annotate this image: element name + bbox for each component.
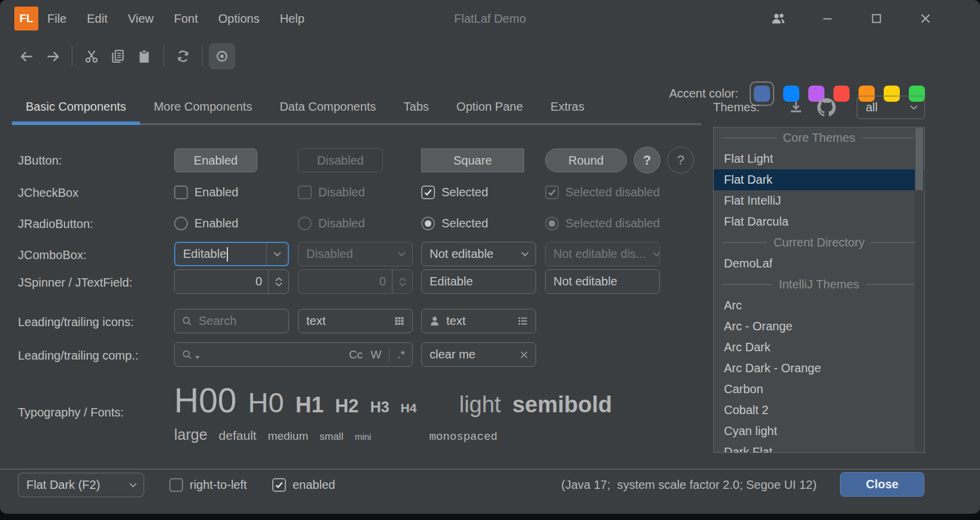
textfield-not-editable: Not editable bbox=[545, 269, 660, 294]
help-button-outline[interactable]: ? bbox=[667, 147, 694, 174]
square-button[interactable]: Square bbox=[421, 148, 524, 172]
chevron-down-icon bbox=[398, 282, 407, 287]
refresh-button[interactable] bbox=[170, 43, 196, 69]
rtl-checkbox[interactable]: right-to-left bbox=[169, 473, 247, 497]
paste-button[interactable] bbox=[131, 43, 157, 69]
enabled-button[interactable]: Enabled bbox=[174, 148, 257, 172]
menu-options[interactable]: Options bbox=[208, 12, 270, 26]
tab-data-components[interactable]: Data Components bbox=[266, 90, 389, 123]
theme-group-header: IntelliJ Themes bbox=[714, 274, 924, 295]
clearable-field[interactable]: clear me bbox=[421, 342, 536, 367]
github-icon[interactable] bbox=[817, 98, 836, 117]
maximize-button[interactable] bbox=[852, 0, 901, 37]
theme-item-flat-darcula[interactable]: Flat Darcula bbox=[714, 211, 924, 232]
typo-h2: H2 bbox=[335, 396, 359, 417]
typography-label: Typography / Fonts: bbox=[18, 406, 124, 419]
match-case-button[interactable]: Cc bbox=[349, 348, 363, 361]
menu-view[interactable]: View bbox=[118, 12, 164, 26]
radio-selected[interactable]: Selected bbox=[421, 213, 488, 233]
text-field-person-list[interactable]: text bbox=[421, 309, 536, 333]
regex-button[interactable]: .* bbox=[397, 348, 405, 361]
menu-font[interactable]: Font bbox=[164, 12, 208, 26]
radio-selected-disabled: Selected disabled bbox=[545, 213, 660, 233]
close-button[interactable]: Close bbox=[840, 472, 924, 497]
chevron-down-icon[interactable] bbox=[266, 243, 288, 265]
theme-item-arc-dark-orange[interactable]: Arc Dark - Orange bbox=[714, 358, 924, 379]
chevron-down-icon bbox=[391, 242, 412, 266]
field-value: text bbox=[299, 314, 325, 328]
typo-light: light bbox=[459, 392, 501, 418]
combo-value: Not editable bbox=[422, 247, 494, 261]
checkbox-selected[interactable]: Selected bbox=[421, 182, 488, 202]
users-icon[interactable] bbox=[754, 0, 803, 37]
forward-button[interactable] bbox=[39, 43, 66, 69]
round-button[interactable]: Round bbox=[545, 148, 627, 172]
combo-editable[interactable]: Editable bbox=[174, 242, 289, 266]
radio-disabled: Disabled bbox=[298, 213, 365, 233]
theme-item-flat-intellij[interactable]: Flat IntelliJ bbox=[714, 190, 924, 211]
theme-item-flat-light[interactable]: Flat Light bbox=[714, 148, 924, 169]
checkbox-enabled[interactable]: Enabled bbox=[174, 182, 238, 202]
search-dropdown-icon[interactable] bbox=[181, 349, 200, 361]
laf-selector-combo[interactable]: Flat Dark (F2) bbox=[18, 473, 144, 497]
menu-help[interactable]: Help bbox=[270, 12, 315, 26]
copy-button[interactable] bbox=[105, 43, 131, 69]
table-icon bbox=[393, 315, 406, 327]
jcombobox-label: JComboBox: bbox=[18, 248, 87, 262]
theme-item-flat-dark[interactable]: Flat Dark bbox=[714, 169, 924, 190]
enabled-checkbox[interactable]: enabled bbox=[272, 473, 335, 497]
menubar: File Edit View Font Options Help bbox=[37, 0, 315, 37]
cut-button[interactable] bbox=[78, 43, 105, 69]
clear-icon[interactable] bbox=[519, 350, 529, 360]
download-icon[interactable] bbox=[788, 99, 804, 115]
theme-item-demolaf[interactable]: DemoLaf bbox=[714, 253, 924, 274]
back-button[interactable] bbox=[13, 43, 39, 69]
whole-word-button[interactable]: W bbox=[370, 348, 381, 361]
theme-group-header: Current Directory bbox=[714, 232, 924, 253]
spinner[interactable]: 0 bbox=[174, 269, 289, 294]
chevron-down-icon[interactable] bbox=[514, 242, 535, 266]
theme-item-arc-orange[interactable]: Arc - Orange bbox=[714, 316, 924, 337]
spinner-value[interactable]: 0 bbox=[175, 275, 268, 288]
search-with-options-field[interactable]: Cc W .* bbox=[174, 342, 413, 367]
combo-not-editable[interactable]: Not editable bbox=[421, 242, 536, 266]
menu-edit[interactable]: Edit bbox=[77, 12, 117, 26]
combo-not-editable-disabled: Not editable dis... bbox=[545, 242, 660, 266]
chevron-up-icon bbox=[398, 277, 407, 282]
tab-more-components[interactable]: More Components bbox=[140, 90, 266, 123]
chevron-down-icon[interactable] bbox=[122, 473, 144, 497]
radio-enabled[interactable]: Enabled bbox=[174, 213, 238, 233]
theme-item-carbon[interactable]: Carbon bbox=[714, 379, 924, 400]
themes-label: Themes: bbox=[713, 101, 760, 114]
help-button[interactable]: ? bbox=[634, 147, 661, 174]
themes-filter-combo[interactable]: all bbox=[857, 96, 925, 119]
themes-filter-value: all bbox=[866, 101, 878, 114]
theme-item-dark-flat[interactable]: Dark Flat bbox=[714, 442, 924, 453]
tab-tabs[interactable]: Tabs bbox=[390, 90, 443, 123]
close-window-button[interactable] bbox=[901, 0, 950, 37]
search-options: Cc W .* bbox=[349, 348, 412, 362]
theme-item-cyan-light[interactable]: Cyan light bbox=[714, 421, 924, 442]
tab-basic-components[interactable]: Basic Components bbox=[12, 90, 140, 123]
checkbox-selected-disabled: Selected disabled bbox=[545, 182, 660, 202]
tab-option-pane[interactable]: Option Pane bbox=[443, 90, 537, 123]
chevron-down-icon bbox=[275, 282, 283, 287]
scrollbar-thumb[interactable] bbox=[915, 128, 923, 190]
show-toggle-button[interactable] bbox=[209, 43, 235, 69]
textfield-editable[interactable]: Editable bbox=[421, 269, 536, 294]
theme-item-arc[interactable]: Arc bbox=[714, 295, 924, 316]
text-field-trailing-table[interactable]: text bbox=[298, 309, 413, 333]
statusbar-separator bbox=[0, 469, 980, 470]
themes-scrollbar[interactable] bbox=[915, 128, 924, 452]
spinner-stepper[interactable] bbox=[268, 270, 288, 293]
theme-item-cobalt-2[interactable]: Cobalt 2 bbox=[714, 400, 924, 421]
minimize-button[interactable] bbox=[803, 0, 852, 37]
tabbar: Basic Components More Components Data Co… bbox=[12, 90, 701, 125]
search-field[interactable]: Search bbox=[174, 309, 289, 333]
text-caret bbox=[227, 247, 228, 261]
jradiobutton-label: JRadioButton: bbox=[18, 217, 93, 231]
theme-item-arc-dark[interactable]: Arc Dark bbox=[714, 337, 924, 358]
laf-selector-value: Flat Dark (F2) bbox=[19, 478, 100, 492]
menu-file[interactable]: File bbox=[37, 12, 77, 26]
tab-extras[interactable]: Extras bbox=[537, 90, 598, 123]
